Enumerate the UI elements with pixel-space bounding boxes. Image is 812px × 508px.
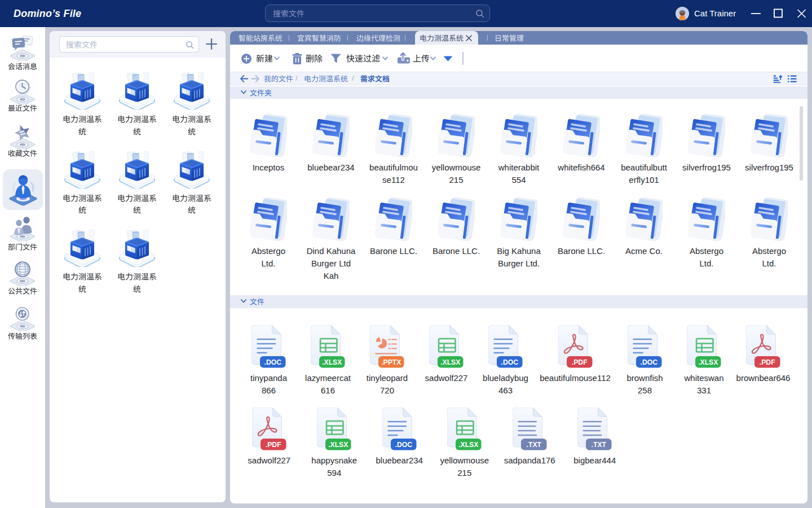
svg-text:.XLSX: .XLSX [440, 358, 461, 366]
svg-text:.DOC: .DOC [641, 358, 658, 366]
svg-text:.XLSX: .XLSX [458, 441, 479, 449]
svg-text:.XLSX: .XLSX [322, 358, 342, 366]
svg-text:.XLSX: .XLSX [328, 441, 348, 449]
svg-text:.DOC: .DOC [501, 358, 519, 366]
svg-text:.PPTX: .PPTX [381, 358, 401, 366]
svg-text:.TXT: .TXT [592, 441, 607, 449]
svg-text:.DOC: .DOC [264, 358, 282, 366]
svg-text:.XLSX: .XLSX [698, 358, 718, 366]
svg-text:.PDF: .PDF [571, 358, 587, 366]
svg-text:.DOC: .DOC [395, 441, 412, 449]
svg-text:.PDF: .PDF [760, 358, 775, 366]
svg-text:.PDF: .PDF [266, 441, 281, 449]
svg-text:.TXT: .TXT [526, 441, 541, 449]
